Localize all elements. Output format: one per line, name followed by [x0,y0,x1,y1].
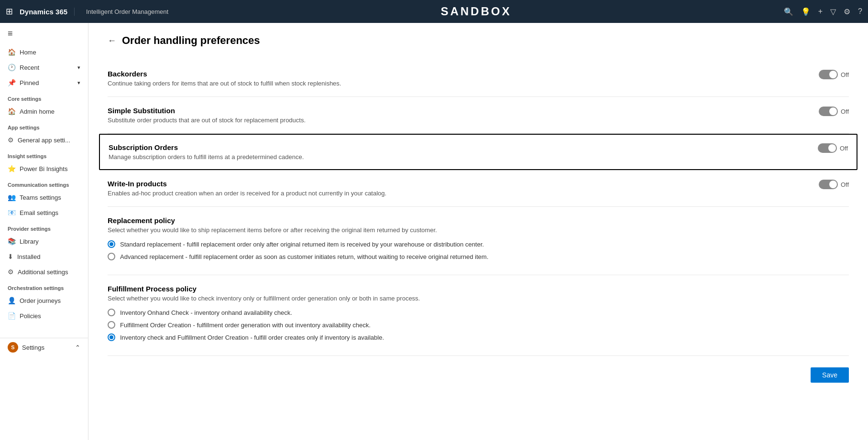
sidebar-item-policies[interactable]: 📄 Policies [0,308,88,323]
sidebar-item-label: Additional settings [18,268,68,276]
sidebar-item-home[interactable]: 🏠 Home [0,44,88,60]
setting-title: Simple Substitution [108,107,809,115]
sandbox-label: SANDBOX [173,5,779,18]
setting-desc: Manage subscription orders to fulfill it… [109,153,808,161]
radio-circle-both [108,333,115,341]
section-header-core: Core settings [0,90,88,104]
sidebar-item-email[interactable]: 📧 Email settings [0,205,88,220]
app-name-secondary: Intelligent Order Management [79,8,168,15]
filter-icon[interactable]: ▽ [830,7,836,16]
setting-info: Simple Substitution Substitute order pro… [108,107,809,124]
waffle-icon[interactable]: ⊞ [6,6,13,17]
toggle-label: Off [841,108,849,115]
sidebar-item-admin-home[interactable]: 🏠 Admin home [0,104,88,119]
toggle-thumb [829,107,837,115]
setting-desc: Continue taking orders for items that ar… [108,80,809,87]
replacement-policy-title: Replacement policy [108,216,849,225]
toggle-thumb [829,71,837,78]
sidebar-item-power-bi[interactable]: ⭐ Power Bi Insights [0,161,88,176]
fulfillment-policy-section: Fulfillment Process policy Select whethe… [108,275,849,356]
sidebar-item-label: Admin home [20,108,55,115]
chevron-icon: ⌃ [75,344,80,351]
toggle-track[interactable] [819,107,838,116]
setting-info: Backorders Continue taking orders for it… [108,70,809,87]
radio-label: Standard replacement - fulfill replaceme… [120,241,484,248]
toggle-track[interactable] [819,180,838,189]
setting-write-in-products: Write-In products Enables ad-hoc product… [108,170,849,207]
setting-subscription-orders: Subscription Orders Manage subscription … [99,134,857,170]
setting-title: Subscription Orders [109,143,808,151]
teams-icon: 👥 [8,193,16,201]
powerbi-icon: ⭐ [8,165,16,172]
sidebar-item-label: Teams settings [20,194,61,201]
email-icon: 📧 [8,209,16,216]
content-area: ← Order handling preferences Backorders … [88,23,868,440]
radio-circle-standard [108,240,115,248]
lightbulb-icon[interactable]: 💡 [801,7,811,16]
setting-title: Backorders [108,70,809,78]
section-header-app: App settings [0,119,88,132]
subscription-orders-toggle[interactable]: Off [818,143,848,153]
radio-circle-onhand [108,309,115,316]
sidebar-item-installed[interactable]: ⬇ Installed [0,249,88,264]
replacement-option-standard[interactable]: Standard replacement - fulfill replaceme… [108,240,849,248]
topbar-icons: 🔍 💡 + ▽ ⚙ ? [784,7,862,16]
fulfillment-option-creation[interactable]: Fulfillment Order Creation - fulfillment… [108,321,849,329]
sidebar-item-label: General app setti... [18,137,70,144]
radio-dot [110,335,113,339]
hamburger-icon[interactable]: ≡ [0,23,88,44]
sidebar-item-label: Pinned [20,79,39,86]
main-layout: ≡ 🏠 Home 🕐 Recent ▾ 📌 Pinned ▾ Core sett… [0,23,868,440]
save-button[interactable]: Save [811,367,849,383]
gear-icon[interactable]: ⚙ [844,7,850,16]
fulfillment-option-onhand[interactable]: Inventory Onhand Check - inventory onhan… [108,309,849,316]
setting-title: Write-In products [108,180,809,188]
toggle-label: Off [841,181,849,188]
toggle-track[interactable] [819,70,838,79]
sidebar-item-additional[interactable]: ⚙ Additional settings [0,264,88,279]
app-settings-icon: ⚙ [8,136,14,144]
backorders-toggle[interactable]: Off [819,70,849,79]
sidebar-bottom-settings[interactable]: S Settings ⌃ [0,338,88,356]
add-icon[interactable]: + [818,7,823,16]
search-icon[interactable]: 🔍 [784,7,793,16]
setting-info: Subscription Orders Manage subscription … [109,143,808,161]
pin-icon: 📌 [8,79,16,86]
avatar: S [8,342,18,353]
replacement-option-advanced[interactable]: Advanced replacement - fulfill replaceme… [108,253,849,260]
sidebar-item-teams[interactable]: 👥 Teams settings [0,190,88,205]
sidebar-item-label: Settings [22,344,44,351]
section-header-provider: Provider settings [0,220,88,234]
radio-label: Advanced replacement - fulfill replaceme… [120,253,488,260]
sidebar-item-order-journeys[interactable]: 👤 Order journeys [0,293,88,308]
back-button[interactable]: ← [108,36,116,46]
section-header-insight: Insight settings [0,148,88,161]
additional-settings-icon: ⚙ [8,268,14,276]
radio-circle-creation [108,321,115,329]
setting-desc: Substitute order products that are out o… [108,117,809,124]
sidebar-item-recent[interactable]: 🕐 Recent ▾ [0,60,88,75]
sidebar-item-label: Power Bi Insights [20,165,67,172]
write-in-products-toggle[interactable]: Off [819,180,849,189]
fulfillment-policy-desc: Select whether you would like to check i… [108,295,849,302]
page-title: Order handling preferences [122,34,260,47]
page-header: ← Order handling preferences [108,34,849,47]
sidebar-item-general-app[interactable]: ⚙ General app setti... [0,132,88,148]
sidebar-item-pinned[interactable]: 📌 Pinned ▾ [0,75,88,90]
policies-icon: 📄 [8,312,16,320]
simple-substitution-toggle[interactable]: Off [819,107,849,116]
fulfillment-policy-title: Fulfillment Process policy [108,285,849,293]
sidebar-item-label: Policies [20,312,41,320]
chevron-down-icon: ▾ [77,64,80,71]
fulfillment-option-both[interactable]: Inventory check and Fulfillment Order Cr… [108,333,849,341]
recent-icon: 🕐 [8,64,16,71]
toggle-track[interactable] [818,143,837,153]
radio-label: Fulfillment Order Creation - fulfillment… [120,322,371,329]
topbar-logo: Dynamics 365 [20,8,75,16]
section-header-orchestration: Orchestration settings [0,279,88,293]
section-header-communication: Communication settings [0,176,88,190]
help-icon[interactable]: ? [858,7,862,16]
sidebar-item-library[interactable]: 📚 Library [0,234,88,249]
chevron-down-icon: ▾ [77,80,80,86]
setting-backorders: Backorders Continue taking orders for it… [108,60,849,97]
